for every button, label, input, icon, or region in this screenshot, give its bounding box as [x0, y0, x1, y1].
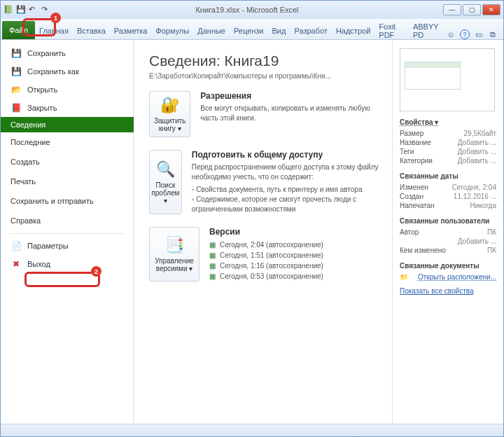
titlebar: 📗 💾 ↶ ↷ Книга19.xlsx - Microsoft Excel —… — [1, 1, 503, 19]
help-icon[interactable]: ? — [460, 29, 470, 39]
tab-view[interactable]: Вид — [268, 22, 290, 39]
tab-review[interactable]: Рецензи — [230, 22, 268, 39]
excel-file-icon: ▦ — [209, 272, 216, 280]
inspect-icon: 🔍 — [156, 160, 175, 179]
sidebar-label: Сохранить как — [27, 67, 79, 76]
issue-item: Содержимое, которое не смогут прочесть л… — [192, 195, 384, 214]
tab-abbyy[interactable]: ABBYY PD — [409, 22, 446, 39]
excel-icon: 📗 — [4, 5, 13, 15]
closebook-icon: 📕 — [10, 102, 22, 113]
sidebar-label: Открыть — [27, 85, 57, 94]
prop-value: Сегодня, 2:04 — [452, 183, 496, 191]
minimize-button[interactable]: — — [443, 4, 461, 15]
sidebar-help[interactable]: Справка — [1, 211, 133, 230]
prop-value[interactable]: Добавить ... — [458, 148, 496, 155]
version-row[interactable]: ▦Сегодня, 1:51 (автосохранение) — [209, 250, 323, 261]
sidebar-label: Закрыть — [27, 104, 57, 112]
sidebar-recent[interactable]: Последние — [1, 132, 133, 152]
sidebar-saveas[interactable]: 💾Сохранить как — [1, 62, 133, 81]
ribbon-minimize-icon[interactable]: ▭ — [474, 29, 484, 39]
info-heading: Сведения: Книга19 — [149, 53, 384, 69]
prop-value: Никогда — [470, 202, 496, 209]
button-label: Защитить книгу ▾ — [151, 117, 188, 132]
button-label: Поиск проблем ▾ — [151, 181, 180, 204]
tab-foxit[interactable]: Foxit PDF — [374, 22, 409, 39]
prop-value[interactable]: Добавить ... — [458, 139, 496, 146]
excel-file-icon: ▦ — [209, 251, 216, 259]
versions-icon: 📑 — [165, 236, 184, 254]
prepare-text: Перед распространением общего доступа к … — [192, 162, 384, 182]
exit-icon: ✖ — [10, 258, 22, 270]
tab-addins[interactable]: Надстрой — [332, 22, 374, 39]
sidebar-options[interactable]: 📄Параметры — [1, 237, 133, 255]
tab-layout[interactable]: Разметка — [110, 22, 152, 39]
permissions-section: 🔐 Защитить книгу ▾ Разрешения Все могут … — [149, 91, 384, 137]
tab-data[interactable]: Данные — [193, 22, 230, 39]
protect-workbook-button[interactable]: 🔐 Защитить книгу ▾ — [149, 91, 190, 137]
smiley-icon[interactable]: ☺ — [446, 29, 456, 39]
sidebar-close[interactable]: 📕Закрыть — [1, 99, 133, 117]
prop-value: ПК — [487, 247, 496, 254]
button-label: Управление версиями ▾ — [151, 257, 197, 272]
sidebar-label: Сохранить — [27, 49, 66, 57]
version-row[interactable]: ▦Сегодня, 1:16 (автосохранение) — [209, 261, 323, 271]
show-all-props-link[interactable]: Показать все свойства — [400, 287, 496, 295]
prop-label: Изменен — [400, 183, 428, 191]
tab-formulas[interactable]: Формулы — [151, 22, 193, 39]
tab-home[interactable]: Главная — [35, 22, 73, 39]
sidebar-label: Выход — [27, 260, 50, 268]
prop-label: Напечатан — [400, 202, 435, 209]
options-icon: 📄 — [10, 240, 22, 251]
version-row[interactable]: ▦Сегодня, 2:04 (автосохранение) — [209, 240, 323, 250]
file-tab[interactable]: Файл — [2, 21, 35, 39]
properties-heading[interactable]: Свойства ▾ — [400, 118, 496, 126]
prop-label: Автор — [400, 228, 419, 236]
ribbon-restore-icon[interactable]: ⧉ — [488, 29, 498, 39]
save-icon[interactable]: 💾 — [16, 5, 26, 15]
sidebar-share[interactable]: Сохранить и отправить — [1, 191, 133, 211]
lock-icon: 🔐 — [160, 96, 179, 114]
sidebar-print[interactable]: Печать — [1, 172, 133, 191]
close-button[interactable]: ✕ — [482, 4, 500, 15]
sidebar-open[interactable]: 📂Открыть — [1, 81, 133, 99]
maximize-button[interactable]: ▢ — [463, 4, 481, 15]
people-heading: Связанные пользователи — [400, 217, 496, 225]
folder-icon: 📁 — [400, 273, 408, 281]
versions-title: Версии — [209, 227, 323, 237]
prepare-section: 🔍 Поиск проблем ▾ Подготовить к общему д… — [149, 150, 384, 214]
sidebar-label: Параметры — [27, 242, 69, 250]
app-window: 📗 💾 ↶ ↷ Книга19.xlsx - Microsoft Excel —… — [0, 0, 504, 437]
open-icon: 📂 — [10, 84, 22, 95]
check-issues-button[interactable]: 🔍 Поиск проблем ▾ — [149, 150, 182, 214]
prop-value: ПК — [487, 228, 496, 236]
backstage-sidebar: 💾Сохранить 💾Сохранить как 📂Открыть 📕Закр… — [1, 40, 134, 424]
manage-versions-button[interactable]: 📑 Управление версиями ▾ — [149, 227, 200, 282]
prop-label: Размер — [400, 130, 424, 137]
redo-icon[interactable]: ↷ — [41, 5, 51, 15]
prop-value: 11.12.2016 ... — [454, 193, 496, 200]
excel-file-icon: ▦ — [209, 262, 216, 270]
prop-value[interactable]: Добавить ... — [458, 157, 496, 165]
sidebar-exit[interactable]: ✖Выход — [1, 255, 133, 273]
versions-section: 📑 Управление версиями ▾ Версии ▦Сегодня,… — [149, 227, 384, 282]
sidebar-save[interactable]: 💾Сохранить — [1, 44, 133, 62]
undo-icon[interactable]: ↶ — [29, 5, 38, 15]
dates-heading: Связанные даты — [400, 172, 496, 180]
info-content: Сведения: Книга19 E:\Заработок\Копирайт\… — [134, 40, 393, 424]
docs-heading: Связанные документы — [400, 262, 496, 270]
document-thumbnail[interactable] — [400, 48, 495, 111]
sidebar-label: Сведения — [10, 120, 46, 129]
quick-access-toolbar: 📗 💾 ↶ ↷ — [4, 5, 51, 15]
sidebar-new[interactable]: Создать — [1, 152, 133, 172]
prop-label: Теги — [400, 148, 414, 155]
sidebar-info[interactable]: Сведения — [1, 117, 134, 132]
version-row[interactable]: ▦Сегодня, 0:53 (автосохранение) — [209, 271, 323, 282]
add-author[interactable]: Добавить ... — [458, 237, 496, 245]
window-controls: — ▢ ✕ — [443, 4, 500, 15]
tab-insert[interactable]: Вставка — [73, 22, 110, 39]
prop-label: Кем изменено — [400, 247, 446, 254]
callout-badge-1: 1 — [50, 13, 61, 23]
excel-file-icon: ▦ — [209, 241, 216, 249]
tab-developer[interactable]: Разработ — [290, 22, 331, 39]
open-location-link[interactable]: Открыть расположени... — [418, 273, 496, 281]
